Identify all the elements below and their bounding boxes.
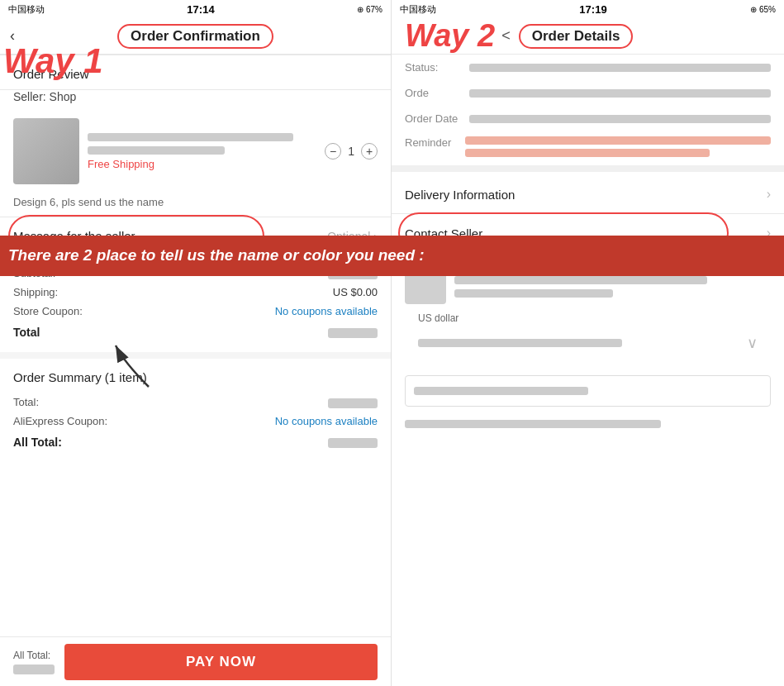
status-row: Status:	[392, 55, 784, 80]
main-container: 中国移动 17:14 ⊕ 67% ‹ Order Confirmation Wa…	[0, 0, 784, 686]
right-status-bar: 中国移动 17:19 ⊕ 65%	[392, 0, 784, 18]
left-panel: 中国移动 17:14 ⊕ 67% ‹ Order Confirmation Wa…	[0, 0, 392, 686]
store-coupon-row: Store Coupon: No coupons available	[13, 302, 378, 321]
order-number-blurred	[469, 89, 771, 98]
location-icon: ⊕	[357, 5, 363, 14]
dropdown-value-blurred	[418, 339, 622, 347]
right-carrier: 中国移动	[400, 3, 436, 16]
left-status-icons: ⊕ 67%	[357, 5, 382, 14]
shipping-row: Shipping: US $0.00	[13, 283, 378, 302]
left-time: 17:14	[187, 3, 214, 16]
order-date-blurred	[469, 115, 771, 123]
right-page-title: Order Details	[519, 24, 634, 49]
all-total-blurred	[328, 438, 378, 448]
way1-label: Way 1	[3, 41, 103, 81]
product-info: Free Shipping	[88, 133, 316, 170]
order-label: Orde	[405, 87, 463, 99]
right-location-icon: ⊕	[750, 5, 757, 14]
order-date-label: Order Date	[405, 112, 463, 125]
delivery-chevron-icon: ›	[767, 187, 771, 202]
total-row-2: Total:	[13, 393, 378, 412]
input-box[interactable]	[405, 375, 771, 407]
product-title-blurred	[88, 133, 293, 141]
product-variant-blurred	[88, 146, 225, 155]
total-row: Total	[13, 321, 378, 344]
left-status-bar: 中国移动 17:14 ⊕ 67%	[0, 0, 391, 18]
left-page-title: Order Confirmation	[117, 24, 273, 49]
shipping-label: Shipping:	[13, 286, 58, 298]
qty-plus-button[interactable]: +	[361, 143, 378, 160]
left-carrier: 中国移动	[8, 3, 45, 16]
bottom-blurred-section	[392, 415, 784, 438]
all-total-row: All Total:	[13, 431, 378, 454]
product-thumbnail	[13, 118, 79, 184]
arrow-left	[99, 337, 165, 395]
store-coupon-label: Store Coupon:	[13, 305, 83, 317]
blurred-line-3	[454, 289, 613, 298]
order-summary-section: Order Summary (1 item) Total: AliExpress…	[0, 352, 391, 462]
dropdown-row: ∨	[405, 329, 771, 357]
us-dollar-label: US dollar	[405, 312, 771, 329]
all-total-small-section: All Total:	[13, 650, 55, 674]
right-back-button[interactable]: <	[501, 27, 511, 45]
all-total-small-label: All Total:	[13, 650, 55, 661]
status-label: Status:	[405, 61, 463, 74]
aliexpress-coupon-row: AliExpress Coupon: No coupons available	[13, 412, 378, 431]
qty-control: − 1 +	[325, 143, 378, 160]
order-date-row: Order Date	[392, 106, 784, 131]
all-total-small-value	[13, 665, 55, 674]
no-coupons-2: No coupons available	[275, 415, 378, 427]
all-total-label: All Total:	[13, 436, 62, 449]
right-status-icons: ⊕ 65%	[750, 5, 776, 14]
banner-text: There are 2 place to tell us the name or…	[8, 246, 425, 264]
right-panel: 中国移动 17:19 ⊕ 65% Way 2 < Order Details S…	[392, 0, 784, 686]
way2-label: Way 2	[405, 18, 495, 54]
free-shipping-label: Free Shipping	[88, 158, 316, 170]
dropdown-chevron-icon: ∨	[747, 334, 758, 352]
reminder-content	[465, 136, 771, 157]
qty-value: 1	[348, 145, 354, 158]
section-divider-1	[392, 165, 784, 172]
status-value-blurred	[469, 64, 771, 72]
delivery-label: Delivery Information	[405, 188, 515, 202]
qty-minus-button[interactable]: −	[325, 143, 341, 160]
total-label: Total	[13, 326, 40, 339]
order-number-row: Orde	[392, 80, 784, 106]
battery-icon: 67%	[366, 5, 382, 14]
total-value-blurred	[328, 326, 378, 339]
reminder-bar-1	[465, 136, 771, 145]
reminder-bar-2	[465, 149, 710, 157]
blurred-line-2	[454, 276, 707, 284]
right-time: 17:19	[579, 3, 606, 16]
pay-now-bar: All Total: PAY NOW	[0, 636, 391, 686]
pay-now-button[interactable]: PAY NOW	[64, 644, 378, 680]
right-nav-header: Way 2 < Order Details	[392, 18, 784, 55]
product-image	[13, 118, 79, 184]
aliexpress-coupon-label: AliExpress Coupon:	[13, 415, 107, 427]
total-label-2: Total:	[13, 396, 39, 408]
reminder-label: Reminder	[405, 136, 459, 149]
reminder-row: Reminder	[392, 131, 784, 162]
input-value-blurred	[414, 387, 588, 395]
design-note: Design 6, pls send us the name	[0, 191, 391, 217]
seller-row: Seller: Shop	[0, 90, 391, 112]
order-summary-title: Order Summary (1 item)	[13, 370, 378, 393]
no-coupons-value: No coupons available	[275, 305, 378, 317]
right-battery-icon: 65%	[759, 5, 776, 14]
red-banner: There are 2 place to tell us the name or…	[0, 236, 784, 276]
total-val-2-blurred	[328, 398, 378, 408]
bottom-blurred-1	[405, 420, 661, 428]
shipping-value: US $0.00	[333, 286, 378, 298]
delivery-info-row[interactable]: Delivery Information ›	[392, 175, 784, 214]
product-row: Free Shipping − 1 +	[0, 112, 391, 191]
